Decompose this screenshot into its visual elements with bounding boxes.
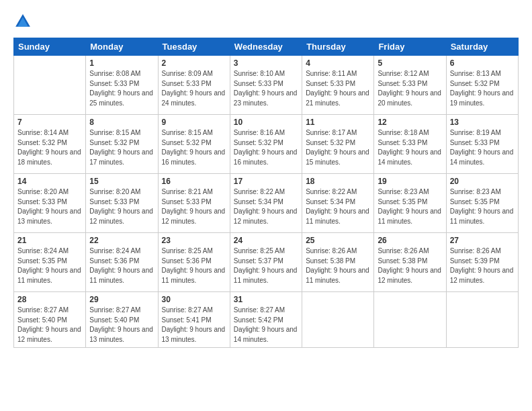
day-number: 11 xyxy=(306,118,370,127)
day-cell-5: 5 Sunrise: 8:12 AM Sunset: 5:33 PM Dayli… xyxy=(374,56,446,115)
sunrise: Sunrise: 8:22 AM xyxy=(234,188,285,195)
daylight: Daylight: 9 hours and 21 minutes. xyxy=(306,89,369,107)
daylight: Daylight: 9 hours and 25 minutes. xyxy=(89,89,153,107)
sunset: Sunset: 5:33 PM xyxy=(378,139,427,146)
day-info: Sunrise: 8:16 AM Sunset: 5:32 PM Dayligh… xyxy=(234,128,298,167)
day-info: Sunrise: 8:11 AM Sunset: 5:33 PM Dayligh… xyxy=(306,69,370,108)
sunrise: Sunrise: 8:27 AM xyxy=(17,306,69,314)
sunrise: Sunrise: 8:15 AM xyxy=(89,129,140,136)
sunrise: Sunrise: 8:23 AM xyxy=(450,188,501,195)
day-cell-24: 24 Sunrise: 8:25 AM Sunset: 5:37 PM Dayl… xyxy=(230,233,302,292)
day-info: Sunrise: 8:27 AM Sunset: 5:41 PM Dayligh… xyxy=(162,306,226,345)
sunset: Sunset: 5:36 PM xyxy=(162,257,212,265)
sunrise: Sunrise: 8:08 AM xyxy=(89,70,140,77)
daylight: Daylight: 9 hours and 14 minutes. xyxy=(378,148,441,166)
logo xyxy=(13,12,34,31)
daylight: Daylight: 9 hours and 11 minutes. xyxy=(162,267,226,284)
sunset: Sunset: 5:32 PM xyxy=(306,139,355,146)
sunset: Sunset: 5:36 PM xyxy=(89,257,139,265)
day-cell-2: 2 Sunrise: 8:09 AM Sunset: 5:33 PM Dayli… xyxy=(158,56,230,115)
sunset: Sunset: 5:42 PM xyxy=(234,316,283,324)
sunrise: Sunrise: 8:27 AM xyxy=(234,306,285,314)
day-number: 9 xyxy=(162,118,226,127)
day-info: Sunrise: 8:26 AM Sunset: 5:38 PM Dayligh… xyxy=(378,246,442,285)
sunrise: Sunrise: 8:17 AM xyxy=(306,129,357,136)
weekday-header-friday: Friday xyxy=(374,38,446,56)
daylight: Daylight: 9 hours and 18 minutes. xyxy=(17,148,81,166)
calendar-table: SundayMondayTuesdayWednesdayThursdayFrid… xyxy=(13,38,519,348)
day-info: Sunrise: 8:20 AM Sunset: 5:33 PM Dayligh… xyxy=(89,187,154,226)
day-number: 21 xyxy=(17,236,82,245)
daylight: Daylight: 9 hours and 11 minutes. xyxy=(450,208,514,225)
day-info: Sunrise: 8:26 AM Sunset: 5:39 PM Dayligh… xyxy=(450,246,515,285)
day-cell-25: 25 Sunrise: 8:26 AM Sunset: 5:38 PM Dayl… xyxy=(302,233,374,292)
day-number: 8 xyxy=(89,118,154,127)
day-cell-7: 7 Sunrise: 8:14 AM Sunset: 5:32 PM Dayli… xyxy=(14,115,86,174)
day-number: 7 xyxy=(17,118,82,127)
weekday-header-sunday: Sunday xyxy=(14,38,86,56)
sunrise: Sunrise: 8:10 AM xyxy=(234,70,285,77)
sunset: Sunset: 5:41 PM xyxy=(162,316,212,324)
day-cell-9: 9 Sunrise: 8:15 AM Sunset: 5:32 PM Dayli… xyxy=(158,115,230,174)
sunset: Sunset: 5:33 PM xyxy=(450,139,500,146)
day-cell-17: 17 Sunrise: 8:22 AM Sunset: 5:34 PM Dayl… xyxy=(230,174,302,233)
daylight: Daylight: 9 hours and 11 minutes. xyxy=(234,267,298,284)
sunset: Sunset: 5:38 PM xyxy=(378,257,427,265)
sunrise: Sunrise: 8:15 AM xyxy=(162,129,213,136)
sunset: Sunset: 5:33 PM xyxy=(89,80,139,87)
day-info: Sunrise: 8:22 AM Sunset: 5:34 PM Dayligh… xyxy=(306,187,370,226)
day-cell-31: 31 Sunrise: 8:27 AM Sunset: 5:42 PM Dayl… xyxy=(230,292,302,348)
day-number: 5 xyxy=(378,58,442,68)
daylight: Daylight: 9 hours and 16 minutes. xyxy=(234,148,298,166)
sunset: Sunset: 5:32 PM xyxy=(89,139,139,146)
day-cell-21: 21 Sunrise: 8:24 AM Sunset: 5:35 PM Dayl… xyxy=(14,233,86,292)
daylight: Daylight: 9 hours and 12 minutes. xyxy=(450,267,514,284)
day-info: Sunrise: 8:12 AM Sunset: 5:33 PM Dayligh… xyxy=(378,69,442,108)
day-cell-6: 6 Sunrise: 8:13 AM Sunset: 5:32 PM Dayli… xyxy=(446,56,518,115)
day-cell-19: 19 Sunrise: 8:23 AM Sunset: 5:35 PM Dayl… xyxy=(374,174,446,233)
sunset: Sunset: 5:40 PM xyxy=(17,316,67,324)
sunset: Sunset: 5:37 PM xyxy=(234,257,283,265)
sunrise: Sunrise: 8:18 AM xyxy=(378,129,429,136)
day-cell-20: 20 Sunrise: 8:23 AM Sunset: 5:35 PM Dayl… xyxy=(446,174,518,233)
empty-cell xyxy=(374,292,446,348)
sunset: Sunset: 5:38 PM xyxy=(306,257,355,265)
day-cell-8: 8 Sunrise: 8:15 AM Sunset: 5:32 PM Dayli… xyxy=(86,115,158,174)
sunrise: Sunrise: 8:21 AM xyxy=(162,188,213,195)
weekday-header-saturday: Saturday xyxy=(446,38,518,56)
week-row-3: 14 Sunrise: 8:20 AM Sunset: 5:33 PM Dayl… xyxy=(14,174,519,233)
day-cell-12: 12 Sunrise: 8:18 AM Sunset: 5:33 PM Dayl… xyxy=(374,115,446,174)
weekday-header-row: SundayMondayTuesdayWednesdayThursdayFrid… xyxy=(14,38,519,56)
daylight: Daylight: 9 hours and 11 minutes. xyxy=(17,267,81,284)
day-number: 27 xyxy=(450,236,515,245)
day-number: 18 xyxy=(306,177,370,186)
daylight: Daylight: 9 hours and 13 minutes. xyxy=(17,208,81,225)
empty-cell xyxy=(446,292,518,348)
day-number: 17 xyxy=(234,177,298,186)
day-number: 15 xyxy=(89,177,154,186)
day-info: Sunrise: 8:23 AM Sunset: 5:35 PM Dayligh… xyxy=(450,187,515,226)
sunset: Sunset: 5:35 PM xyxy=(378,198,427,205)
week-row-2: 7 Sunrise: 8:14 AM Sunset: 5:32 PM Dayli… xyxy=(14,115,519,174)
sunset: Sunset: 5:35 PM xyxy=(17,257,67,265)
sunset: Sunset: 5:32 PM xyxy=(17,139,67,146)
day-info: Sunrise: 8:23 AM Sunset: 5:35 PM Dayligh… xyxy=(378,187,442,226)
sunset: Sunset: 5:33 PM xyxy=(162,80,212,87)
day-number: 31 xyxy=(234,295,298,304)
day-info: Sunrise: 8:25 AM Sunset: 5:36 PM Dayligh… xyxy=(162,246,226,285)
sunrise: Sunrise: 8:20 AM xyxy=(89,188,140,195)
sunrise: Sunrise: 8:20 AM xyxy=(17,188,69,195)
daylight: Daylight: 9 hours and 15 minutes. xyxy=(306,148,369,166)
sunrise: Sunrise: 8:26 AM xyxy=(450,247,501,255)
day-cell-16: 16 Sunrise: 8:21 AM Sunset: 5:33 PM Dayl… xyxy=(158,174,230,233)
day-info: Sunrise: 8:17 AM Sunset: 5:32 PM Dayligh… xyxy=(306,128,370,167)
sunrise: Sunrise: 8:25 AM xyxy=(234,247,285,255)
sunset: Sunset: 5:32 PM xyxy=(450,80,500,87)
day-info: Sunrise: 8:10 AM Sunset: 5:33 PM Dayligh… xyxy=(234,69,298,108)
day-number: 20 xyxy=(450,177,515,186)
sunset: Sunset: 5:33 PM xyxy=(17,198,67,205)
day-cell-18: 18 Sunrise: 8:22 AM Sunset: 5:34 PM Dayl… xyxy=(302,174,374,233)
daylight: Daylight: 9 hours and 11 minutes. xyxy=(378,208,441,225)
daylight: Daylight: 9 hours and 17 minutes. xyxy=(89,148,153,166)
sunrise: Sunrise: 8:25 AM xyxy=(162,247,213,255)
